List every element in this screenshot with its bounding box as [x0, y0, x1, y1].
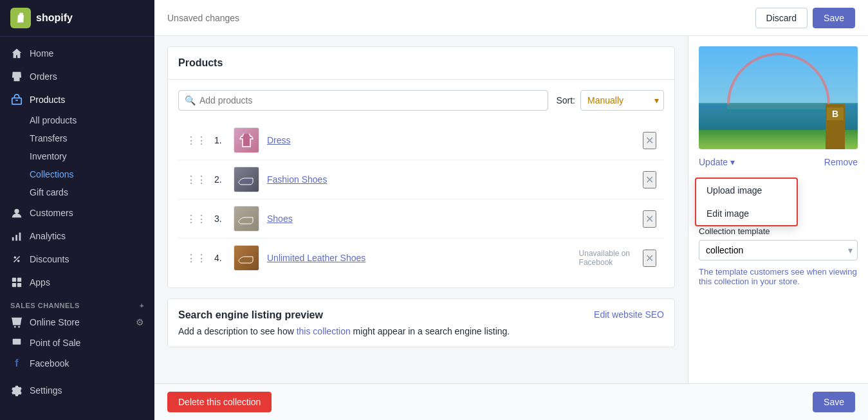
products-title: Products	[178, 57, 664, 69]
svg-rect-10	[17, 283, 21, 287]
product-img-3	[234, 206, 259, 232]
products-card: Products 🔍 Sort:	[167, 46, 675, 288]
svg-point-11	[14, 326, 16, 328]
right-sidebar: B Update ▾ Remove Upload image Edit imag…	[688, 36, 868, 383]
remove-product-1[interactable]: ✕	[643, 132, 656, 149]
delete-collection-button[interactable]: Delete this collection	[167, 392, 272, 412]
sidebar-item-online-store[interactable]: Online Store ⚙	[0, 312, 154, 333]
settings-icon	[10, 384, 23, 397]
customers-icon	[10, 206, 23, 219]
template-select[interactable]: collection collection.sidebar collection…	[699, 240, 858, 260]
sidebar-item-customers-label: Customers	[30, 208, 73, 218]
drag-handle-2[interactable]: ⋮⋮	[186, 174, 207, 186]
image-dropdown-menu: Upload image Edit image	[695, 178, 798, 226]
product-badge-4: Unavailable onFacebook	[579, 249, 630, 267]
product-name-3[interactable]: Shoes	[267, 214, 635, 224]
seo-desc-after: might appear in a search engine listing.	[351, 326, 510, 336]
sidebar-item-home[interactable]: Home	[0, 42, 154, 65]
product-name-4[interactable]: Unlimited Leather Shoes	[267, 253, 571, 263]
sidebar-item-orders[interactable]: Orders	[0, 65, 154, 88]
product-img-4	[234, 245, 259, 271]
pos-label: Point of Sale	[30, 338, 80, 348]
collection-template-label: Collection template	[699, 226, 858, 236]
remove-product-3[interactable]: ✕	[643, 210, 656, 228]
sidebar-item-apps[interactable]: Apps	[0, 271, 154, 294]
table-row: ⋮⋮ 3. Shoes ✕	[178, 199, 664, 239]
sidebar-item-point-of-sale[interactable]: Point of Sale	[0, 333, 154, 353]
save-button-top[interactable]: Save	[813, 8, 855, 28]
template-select-wrap: collection collection.sidebar collection…	[699, 240, 858, 260]
sidebar-item-settings[interactable]: Settings	[0, 379, 154, 402]
sidebar-item-all-products[interactable]: All products	[0, 111, 154, 129]
sidebar-item-discounts-label: Discounts	[30, 254, 69, 264]
sidebar-item-transfers[interactable]: Transfers	[0, 129, 154, 147]
template-description: The template customers see when viewing …	[699, 267, 858, 286]
table-row: ⋮⋮ 4. Unlimited Leather Shoes Unavailabl…	[178, 239, 664, 277]
drag-handle-1[interactable]: ⋮⋮	[186, 134, 207, 147]
content-area: Products 🔍 Sort:	[154, 36, 868, 383]
content-main: Products 🔍 Sort:	[154, 36, 688, 383]
sidebar-item-customers[interactable]: Customers	[0, 201, 154, 224]
facebook-icon: f	[10, 357, 23, 370]
sidebar-item-inventory[interactable]: Inventory	[0, 147, 154, 165]
seo-card-body: Search engine listing preview Add a desc…	[168, 299, 674, 347]
svg-rect-4	[19, 233, 21, 241]
sidebar-item-gift-cards[interactable]: Gift cards	[0, 183, 154, 201]
apps-icon	[10, 276, 23, 289]
sidebar-item-products-label: Products	[30, 95, 65, 105]
sidebar-item-products[interactable]: Products	[0, 88, 154, 111]
svg-point-5	[14, 257, 17, 259]
seo-card: Search engine listing preview Add a desc…	[167, 298, 675, 347]
add-products-input[interactable]	[178, 90, 548, 111]
update-button[interactable]: Update ▾	[699, 157, 735, 167]
remove-product-2[interactable]: ✕	[643, 171, 656, 188]
svg-rect-2	[12, 237, 14, 241]
online-store-settings-icon[interactable]: ⚙	[136, 317, 144, 327]
brand-name: shopify	[36, 12, 73, 24]
discard-button[interactable]: Discard	[755, 8, 808, 28]
seo-title: Search engine listing preview	[178, 309, 584, 321]
home-icon	[10, 47, 23, 60]
product-name-1[interactable]: Dress	[267, 135, 635, 145]
discounts-icon	[10, 253, 23, 266]
product-img-2	[234, 167, 259, 192]
table-row: ⋮⋮ 2. Fashion Shoes ✕	[178, 160, 664, 199]
orders-icon	[10, 70, 23, 83]
pos-icon	[10, 336, 23, 349]
product-num-3: 3.	[214, 214, 226, 224]
sort-label: Sort:	[556, 95, 575, 105]
remove-image-link[interactable]: Remove	[824, 157, 858, 167]
product-name-2[interactable]: Fashion Shoes	[267, 174, 635, 185]
seo-text-wrap: Search engine listing preview Add a desc…	[178, 309, 584, 336]
sidebar-item-home-label: Home	[30, 48, 53, 59]
svg-rect-3	[15, 235, 17, 241]
upload-image-option[interactable]: Upload image	[696, 179, 797, 202]
save-button-bottom[interactable]: Save	[813, 392, 855, 412]
add-sales-channel-icon[interactable]: +	[140, 302, 144, 309]
online-store-label: Online Store	[30, 317, 80, 327]
sidebar-item-facebook[interactable]: f Facebook	[0, 353, 154, 374]
drag-handle-4[interactable]: ⋮⋮	[186, 252, 207, 264]
sidebar-item-apps-label: Apps	[30, 277, 50, 288]
drag-handle-3[interactable]: ⋮⋮	[186, 213, 207, 225]
edit-image-option[interactable]: Edit image	[696, 202, 797, 225]
edit-seo-link[interactable]: Edit website SEO	[594, 309, 664, 320]
shopify-logo	[10, 8, 31, 28]
topbar: Unsaved changes Discard Save	[154, 0, 868, 36]
analytics-icon	[10, 230, 23, 242]
sort-wrap: Sort: Manually Product title Price Best …	[556, 90, 664, 111]
sidebar-item-discounts[interactable]: Discounts	[0, 248, 154, 271]
settings-label: Settings	[30, 385, 62, 396]
sort-select[interactable]: Manually Product title Price Best sellin…	[580, 90, 664, 111]
svg-point-1	[14, 209, 19, 214]
svg-rect-0	[12, 98, 21, 104]
remove-product-4[interactable]: ✕	[643, 250, 656, 267]
sidebar-item-collections[interactable]: Collections	[0, 165, 154, 183]
online-store-icon	[10, 316, 23, 329]
seo-desc-link[interactable]: this collection	[297, 326, 351, 336]
sidebar: shopify Home Orders Pr	[0, 0, 154, 420]
collection-image: B	[699, 46, 858, 149]
topbar-title: Unsaved changes	[167, 13, 239, 23]
main-content: Unsaved changes Discard Save Products	[154, 0, 868, 420]
sidebar-item-analytics[interactable]: Analytics	[0, 224, 154, 248]
